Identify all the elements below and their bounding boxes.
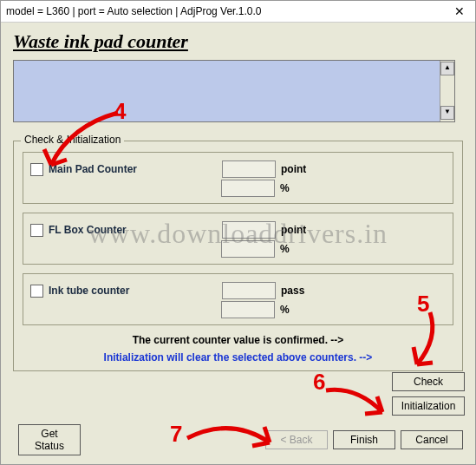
close-icon[interactable]: ✕ (449, 4, 470, 18)
log-listbox[interactable]: ▲ ▼ (13, 60, 455, 122)
fl-box-checkbox[interactable] (30, 224, 43, 237)
unit-label: point (281, 224, 306, 236)
main-pad-pct-field (221, 180, 275, 197)
finish-button[interactable]: Finish (333, 430, 395, 449)
ink-tube-pass-field (222, 282, 276, 299)
page-title: Waste ink pad counter (13, 30, 463, 53)
unit-label: point (281, 163, 306, 175)
back-button: < Back (265, 430, 328, 449)
check-button[interactable]: Check (392, 372, 465, 391)
counter-row: Main Pad Counter point % (23, 152, 453, 204)
check-init-group: Check & Initialization Main Pad Counter … (13, 141, 463, 371)
fl-box-pct-field (221, 240, 275, 258)
main-pad-checkbox[interactable] (30, 163, 43, 176)
scroll-up-icon[interactable]: ▲ (440, 62, 454, 75)
unit-label: % (280, 182, 290, 194)
fl-box-point-field (222, 221, 276, 239)
counter-row: FL Box Counter point % (23, 213, 453, 265)
app-window: model = L360 | port = Auto selection | A… (0, 0, 476, 465)
initialization-button[interactable]: Initialization (392, 396, 465, 416)
ink-tube-checkbox[interactable] (30, 285, 43, 298)
ink-tube-pct-field (221, 301, 275, 318)
title-bar: model = L360 | port = Auto selection | A… (1, 1, 475, 23)
window-title: model = L360 | port = Auto selection | A… (6, 5, 261, 17)
main-pad-label: Main Pad Counter (49, 163, 222, 175)
main-pad-point-field (222, 160, 276, 178)
scroll-down-icon[interactable]: ▼ (440, 106, 454, 120)
counter-row: Ink tube counter pass % (23, 273, 453, 325)
unit-label: pass (281, 285, 304, 297)
annotation-arrow-icon (322, 382, 400, 429)
ink-tube-label: Ink tube counter (49, 285, 222, 297)
window-body: Waste ink pad counter ▲ ▼ Check & Initia… (1, 22, 475, 464)
confirm-message: The current counter value is confirmed. … (23, 334, 453, 346)
get-status-button[interactable]: Get Status (18, 424, 81, 455)
unit-label: % (280, 243, 290, 255)
annotation-6: 6 (313, 369, 325, 396)
cancel-button[interactable]: Cancel (401, 430, 463, 449)
unit-label: % (280, 304, 290, 316)
scrollbar[interactable]: ▲ ▼ (440, 61, 454, 121)
fl-box-label: FL Box Counter (49, 224, 222, 236)
group-legend: Check & Initialization (21, 134, 124, 146)
init-message: Initialization will clear the selected a… (23, 351, 453, 363)
